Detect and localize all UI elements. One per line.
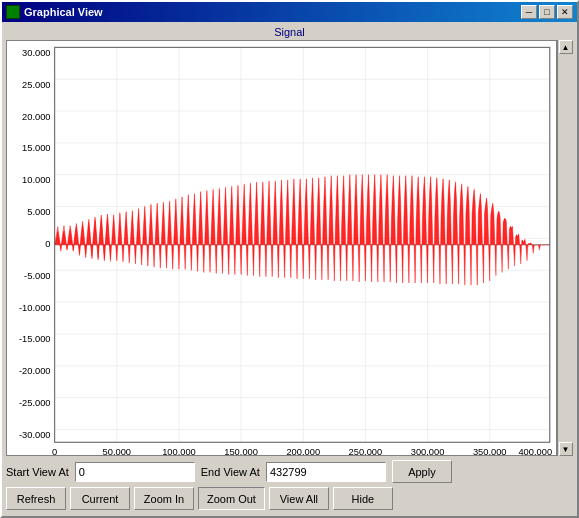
svg-text:0: 0 — [52, 446, 57, 455]
end-label: End View At — [201, 466, 260, 478]
chart-svg: 30.000 25.000 20.000 15.000 10.000 5.000… — [7, 41, 556, 455]
title-bar: Graphical View ─ □ ✕ — [2, 2, 577, 22]
graphical-view-window: Graphical View ─ □ ✕ Signal 30.000 25.00… — [0, 0, 579, 518]
chart-title: Signal — [6, 26, 573, 38]
start-label: Start View At — [6, 466, 69, 478]
svg-text:50.000: 50.000 — [103, 446, 131, 455]
window-title: Graphical View — [24, 6, 521, 18]
apply-button[interactable]: Apply — [392, 460, 452, 483]
scroll-down-button[interactable]: ▼ — [559, 442, 573, 456]
svg-text:-20.000: -20.000 — [19, 365, 51, 376]
main-area: 30.000 25.000 20.000 15.000 10.000 5.000… — [6, 40, 573, 456]
close-button[interactable]: ✕ — [557, 5, 573, 19]
svg-text:300.000: 300.000 — [411, 446, 445, 455]
zoom-out-button[interactable]: Zoom Out — [198, 487, 265, 510]
title-bar-buttons: ─ □ ✕ — [521, 5, 573, 19]
svg-text:150.000: 150.000 — [224, 446, 258, 455]
svg-text:15.000: 15.000 — [22, 142, 50, 153]
svg-text:400.000: 400.000 — [518, 446, 552, 455]
svg-text:5.000: 5.000 — [27, 206, 50, 217]
svg-text:350.000: 350.000 — [473, 446, 507, 455]
view-all-button[interactable]: View All — [269, 487, 329, 510]
current-button[interactable]: Current — [70, 487, 130, 510]
scroll-up-button[interactable]: ▲ — [559, 40, 573, 54]
bottom-controls: Start View At End View At Apply Refresh … — [6, 456, 573, 512]
svg-text:-10.000: -10.000 — [19, 302, 51, 313]
svg-text:-5.000: -5.000 — [24, 270, 50, 281]
svg-text:20.000: 20.000 — [22, 110, 50, 121]
scrollbar[interactable]: ▲ ▼ — [557, 40, 573, 456]
svg-text:100.000: 100.000 — [162, 446, 196, 455]
minimize-button[interactable]: ─ — [521, 5, 537, 19]
svg-text:-25.000: -25.000 — [19, 397, 51, 408]
view-range-row: Start View At End View At Apply — [6, 460, 573, 483]
end-input[interactable] — [266, 462, 386, 482]
svg-text:30.000: 30.000 — [22, 47, 50, 58]
maximize-button[interactable]: □ — [539, 5, 555, 19]
svg-text:0: 0 — [45, 238, 50, 249]
svg-text:10.000: 10.000 — [22, 174, 50, 185]
window-icon — [6, 5, 20, 19]
hide-button[interactable]: Hide — [333, 487, 393, 510]
refresh-button[interactable]: Refresh — [6, 487, 66, 510]
window-content: Signal 30.000 25.000 20.000 15.000 10.00… — [2, 22, 577, 516]
svg-text:-15.000: -15.000 — [19, 333, 51, 344]
svg-text:-30.000: -30.000 — [19, 429, 51, 440]
svg-text:200.000: 200.000 — [286, 446, 320, 455]
svg-text:250.000: 250.000 — [349, 446, 383, 455]
start-input[interactable] — [75, 462, 195, 482]
action-buttons-row: Refresh Current Zoom In Zoom Out View Al… — [6, 487, 573, 510]
zoom-in-button[interactable]: Zoom In — [134, 487, 194, 510]
svg-text:25.000: 25.000 — [22, 79, 50, 90]
chart-area: 30.000 25.000 20.000 15.000 10.000 5.000… — [6, 40, 557, 456]
